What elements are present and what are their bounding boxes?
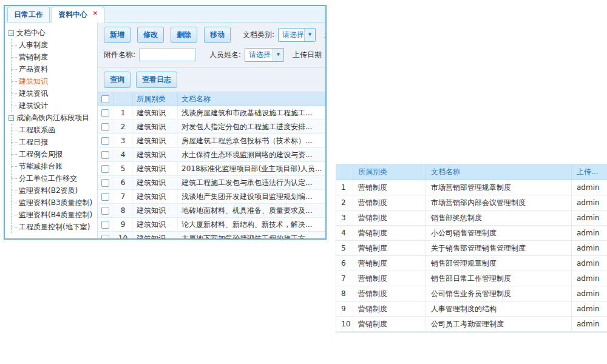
person-name-select[interactable]: 请选择 ▼ (245, 48, 284, 62)
tab-daily-work[interactable]: 日常工作 (7, 7, 50, 22)
select-all-checkbox[interactable] (101, 95, 109, 103)
collapse-icon[interactable] (8, 115, 14, 121)
attachment-name-label: 附件名称: (104, 50, 135, 60)
row-category: 建筑知识 (133, 232, 178, 238)
table-row[interactable]: 2 营销制度 市场营销部内部会议管理制度 admin (336, 195, 607, 211)
sidebar-item[interactable]: 节能减排台账 (12, 160, 96, 172)
row-category: 营销制度 (353, 226, 426, 240)
table-row[interactable]: 6 营销制度 销售部管理规章制度 admin (336, 256, 607, 271)
sidebar-item[interactable]: 工程日报 (12, 136, 96, 148)
sidebar-item[interactable]: 营销制度 (12, 51, 96, 63)
sidebar-item[interactable]: 建筑设计 (12, 99, 96, 112)
chevron-down-icon[interactable]: ▼ (304, 29, 315, 41)
sidebar-item-label: 建筑资讯 (19, 89, 48, 99)
table-row[interactable]: 2 建筑知识 对发包人指定分包的工程施工进度安排... (98, 120, 325, 134)
toolbar-button[interactable]: 新增 (104, 27, 131, 43)
row-doc-name: 建筑工程施工发包与承包违法行为认定... (178, 176, 325, 189)
toolbar-button[interactable]: 移动 (204, 27, 231, 43)
row-checkbox[interactable] (101, 207, 109, 215)
chevron-down-icon[interactable]: ▼ (273, 49, 283, 61)
tab-bar: 日常工作 资料中心 × (5, 6, 325, 22)
sidebar-item-label: 工程质量控制(地下室) (19, 222, 90, 232)
row-checkbox[interactable] (101, 165, 109, 173)
table-row[interactable]: 9 建筑知识 论大厦新材料、新结构、新技术，解决... (98, 218, 325, 232)
sidebar-item[interactable]: 监理资料(B4质量控制) (12, 209, 96, 221)
table-row[interactable]: 1 建筑知识 浅谈房屋建筑和市政基础设施工程施工... (98, 106, 325, 120)
tree-connector (12, 190, 17, 191)
toolbar-row-2: 附件名称: 人员姓名: 请选择 ▼ 上传日期 (104, 47, 325, 62)
query-button[interactable]: 查询 (104, 72, 131, 88)
row-category: 营销制度 (353, 180, 426, 195)
row-category: 建筑知识 (133, 148, 178, 161)
tree-root-railway-project[interactable]: 成渝高铁内江标段项目 (8, 112, 96, 124)
header-number-column (336, 164, 353, 180)
row-number: 7 (114, 190, 133, 203)
close-icon[interactable]: × (92, 9, 98, 17)
document-center-window: 日常工作 资料中心 × 文档中心 人事制度 (4, 5, 327, 240)
table-row[interactable]: 1 营销制度 市场营销部管理规章制度 admin (336, 180, 607, 195)
table-row[interactable]: 9 营销制度 人事管理制度的结构 admin (336, 302, 607, 317)
attachment-name-input[interactable] (139, 48, 196, 61)
sidebar-item[interactable]: 工程质量控制(地下室) (12, 221, 96, 233)
row-number: 3 (336, 211, 353, 225)
table-header: 所属别类 文档名称 上传... (336, 164, 607, 180)
toolbar-row-1: 新增 修改 删除 移动 文档类别: 请选择 ▼ 文档 (104, 27, 325, 42)
row-number: 4 (114, 148, 133, 161)
sidebar-item[interactable]: 人事制度 (12, 39, 96, 51)
table-row[interactable]: 8 建筑知识 地砖地面材料、机具准备、质量要求及... (98, 204, 325, 218)
row-number: 8 (114, 204, 133, 217)
sidebar-item[interactable]: 监理资料(B2资质) (12, 184, 96, 197)
row-checkbox[interactable] (101, 221, 109, 229)
tab-data-center[interactable]: 资料中心 × (52, 7, 104, 22)
row-doc-name: 市场营销部内部会议管理制度 (426, 195, 572, 210)
row-number: 9 (114, 218, 133, 231)
table-row[interactable]: 5 建筑知识 2018标准化监理项目部(业主项目部)人员... (98, 162, 325, 176)
view-log-button[interactable]: 查看日志 (136, 72, 177, 88)
table-row[interactable]: 10 营销制度 公司员工考勤管理制度 admin (336, 317, 607, 332)
toolbar-button[interactable]: 删除 (171, 27, 197, 43)
sidebar-item[interactable]: 建筑资讯 (12, 87, 96, 99)
row-checkbox[interactable] (101, 151, 109, 159)
table-row[interactable]: 4 营销制度 小公司销售管理制度 admin (336, 226, 607, 241)
sidebar-item[interactable]: 产品资料 (12, 63, 96, 75)
row-uploader: admin (572, 271, 607, 286)
tree-connector (12, 215, 17, 215)
row-number: 4 (336, 226, 353, 240)
row-doc-name: 水土保持生态环境监测网络的建设与资... (178, 148, 325, 161)
collapse-icon[interactable] (8, 30, 14, 36)
row-checkbox[interactable] (101, 109, 109, 117)
table-row[interactable]: 3 建筑知识 房屋建筑工程总承包投标书（技术标）... (98, 134, 325, 148)
table-row[interactable]: 7 建筑知识 浅谈地产集团开发建设项目监理规划编... (98, 190, 325, 204)
table-row[interactable]: 6 建筑知识 建筑工程施工发包与承包违法行为认定... (98, 176, 325, 190)
row-uploader: admin (572, 241, 607, 255)
row-doc-name: 销售部管理规章制度 (426, 256, 572, 271)
main-pane: 新增 修改 删除 移动 文档类别: 请选择 ▼ 文档 附件名称: (97, 22, 325, 238)
row-checkbox[interactable] (101, 123, 109, 131)
table-row[interactable]: 4 建筑知识 水土保持生态环境监测网络的建设与资... (98, 148, 325, 162)
row-doc-name: 2018标准化监理项目部(业主项目部)人员... (178, 162, 325, 175)
row-checkbox[interactable] (101, 193, 109, 201)
table-row[interactable]: 3 营销制度 销售部奖惩制度 admin (336, 211, 607, 226)
sidebar-item[interactable]: 分工单位工作移交 (12, 172, 96, 184)
table-row[interactable]: 5 营销制度 关于销售部管理销售管理制度 admin (336, 241, 607, 256)
tree-root-document-center[interactable]: 文档中心 (8, 27, 96, 39)
sidebar-item-label: 营销制度 (19, 52, 48, 62)
sidebar-item[interactable]: 建筑知识 (12, 75, 96, 87)
sidebar-item[interactable]: 工程联系函 (12, 124, 96, 136)
tree-connector (12, 106, 17, 106)
row-uploader: admin (572, 195, 607, 210)
row-checkbox[interactable] (101, 137, 109, 145)
row-checkbox[interactable] (101, 179, 109, 187)
row-doc-name: 销售部日常工作管理制度 (426, 271, 572, 286)
tree-connector (12, 57, 17, 58)
table-row[interactable]: 7 营销制度 销售部日常工作管理制度 admin (336, 271, 607, 286)
table-row[interactable]: 10 建筑知识 大厦地下室加气砼墙砌筑工程的施工方... (98, 232, 325, 238)
row-doc-name: 小公司销售管理制度 (426, 226, 572, 240)
table-row[interactable]: 8 营销制度 公司销售业务员管理制度 admin (336, 286, 607, 302)
sidebar-item[interactable]: 工程例会周报 (12, 148, 96, 160)
toolbar-button[interactable]: 修改 (137, 27, 164, 43)
row-doc-name: 公司员工考勤管理制度 (426, 317, 572, 331)
doc-category-select[interactable]: 请选择 ▼ (278, 28, 316, 42)
row-checkbox[interactable] (101, 235, 109, 239)
sidebar-item[interactable]: 监理资料(B3质量控制) (12, 197, 96, 209)
